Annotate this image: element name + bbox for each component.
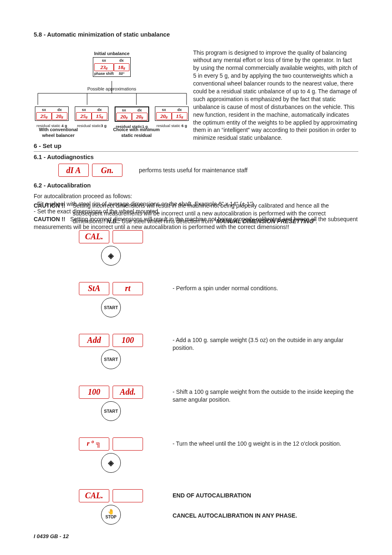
page-footer: I 0439 GB - 12 — [34, 533, 69, 540]
step-text: END OF AUTOCALIBRATION CANCEL AUTOCALIBR… — [173, 489, 358, 520]
approx-block: sxdx 20g 15g residual static 6 g — [154, 106, 190, 130]
start-button[interactable]: START — [101, 298, 121, 317]
nb-label: N.B.: — [106, 218, 120, 224]
step-text — [173, 230, 358, 233]
seg-right — [113, 230, 143, 243]
seg-left: StA — [79, 282, 109, 295]
autodiag-display: dI A Gn. — [58, 164, 122, 177]
cal-step-4: 100 Add. START - Shift a 100 g sample we… — [66, 386, 358, 421]
seg-right — [113, 489, 143, 502]
caption-minimum: Choice with minimumstatic residual — [83, 127, 190, 139]
stop-button[interactable]: ✋ STOP — [101, 505, 121, 525]
hand-icon: ✋ — [108, 509, 114, 514]
seg-left: r o ╗ — [79, 437, 109, 451]
approx-block: sxdx 25g 20g residual static 4 g — [34, 106, 70, 130]
unbalance-diagram: Initial unbalance sx dx 23g 18g phase sh… — [34, 42, 190, 142]
cal-step-5: r o ╗ ◈ - Turn the wheel until the 100 g… — [66, 437, 358, 473]
seg-left: 100 — [79, 386, 109, 399]
section-5-8-text: This program is designed to improve the … — [193, 42, 358, 142]
init-dx-val: 18g — [114, 63, 129, 72]
seg-right — [113, 437, 143, 451]
step-text: - Add a 100 g. sample weight (3.5 oz) on… — [173, 334, 358, 352]
confirm-button[interactable]: ◈ — [101, 453, 121, 473]
step-text: - Turn the wheel until the 100 g weight … — [173, 437, 358, 448]
heading-5-8: 5.8 - Automatic minimization of static u… — [34, 31, 358, 39]
tree-lines — [34, 81, 190, 106]
heading-6: 6 - Set up — [34, 142, 358, 150]
stop-label: STOP — [105, 514, 116, 520]
manual-preset: MANUAL DIMENSION PRESETTING — [216, 218, 314, 224]
hdr-dx: dx — [114, 58, 129, 63]
seg-left: CAL. — [79, 489, 109, 502]
phase-label: phase shift — [94, 71, 114, 76]
start-button[interactable]: START — [101, 349, 121, 369]
seg-right: 100 — [113, 334, 143, 347]
confirm-button[interactable]: ◈ — [101, 246, 121, 266]
seg-left: Add — [79, 334, 109, 347]
seg-right: rt — [113, 282, 143, 295]
caption-conventional: With conventionalwheel balancer — [34, 127, 83, 139]
diamond-icon: ◈ — [108, 459, 114, 467]
initial-unbalance-label: Initial unbalance — [34, 51, 190, 57]
hdr-sx: sx — [94, 58, 114, 63]
seg-left: CAL. — [79, 230, 109, 243]
start-button[interactable]: START — [101, 401, 121, 421]
phase-val: 50° — [114, 71, 129, 76]
seg-right: Gn. — [92, 164, 122, 177]
heading-6-2: 6.2 - Autocalibration — [34, 182, 358, 190]
section-rule — [34, 151, 358, 152]
step-text: - Perform a spin under normal conditions… — [173, 282, 358, 292]
cal-step-3: Add 100 START - Add a 100 g. sample weig… — [66, 334, 358, 369]
cal-step-2: StA rt START - Perform a spin under norm… — [66, 282, 358, 317]
autodiag-text: performs tests useful for maintenance st… — [139, 166, 247, 174]
seg-left: dI A — [58, 164, 89, 177]
caution-block: CAUTION !! Setting incorrect dimensions … — [34, 202, 358, 225]
approx-block-min: sxdx 20g 20g residual static1 g — [114, 106, 150, 130]
diamond-icon: ◈ — [108, 252, 114, 259]
step-text: - Shift a 100 g sample weight from the o… — [173, 386, 358, 404]
cal-step-6: CAL. ✋ STOP END OF AUTOCALIBRATION CANCE… — [66, 489, 358, 525]
cal-step-1: CAL. ◈ — [66, 230, 358, 266]
seg-right: Add. — [113, 386, 143, 399]
section-5-8-body: Initial unbalance sx dx 23g 18g phase sh… — [34, 42, 358, 142]
init-sx-val: 23g — [94, 63, 114, 72]
heading-6-1: 6.1 - Autodiagnostics — [34, 153, 358, 162]
approx-block: sxdx 25g 15g residual static3 g — [74, 106, 110, 130]
